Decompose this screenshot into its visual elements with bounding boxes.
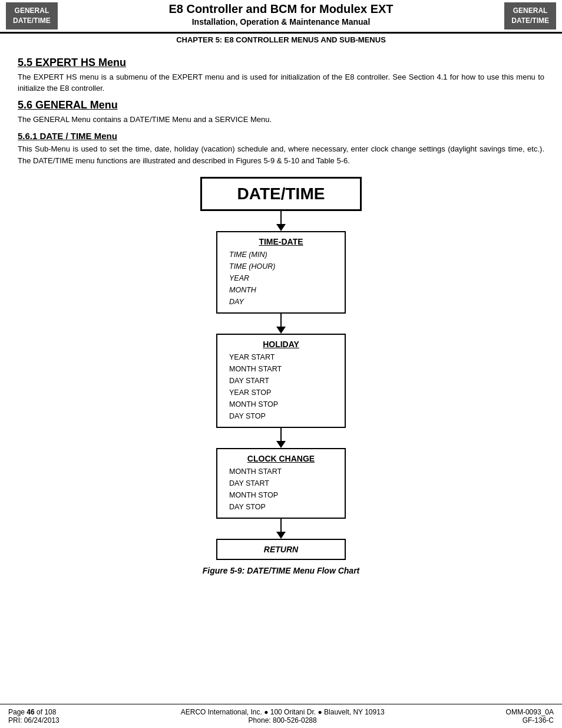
list-item: DAY STOP (229, 410, 333, 422)
arrow-head-1 (276, 224, 286, 231)
header-center: E8 Controller and BCM for Modulex EXT In… (64, 2, 498, 29)
clock-change-content: MONTH START DAY START MONTH STOP DAY STO… (229, 466, 333, 513)
section-55-title: 5.5 EXPERT HS Menu (18, 57, 544, 69)
page-number: 46 (27, 708, 34, 716)
list-item: DAY START (229, 477, 333, 489)
page: GENERAL DATE/TIME E8 Controller and BCM … (0, 0, 562, 728)
list-item: TIME (HOUR) (229, 261, 333, 272)
list-item: MONTH STOP (229, 489, 333, 501)
list-item: TIME (MIN) (229, 249, 333, 261)
arrow-2 (276, 314, 286, 334)
badge-right-line2: DATE/TIME (511, 16, 549, 26)
list-item: YEAR (229, 272, 333, 284)
list-item: DAY (229, 296, 333, 308)
arrow-head-2 (276, 327, 286, 334)
flowchart-time-date-box: TIME-DATE TIME (MIN) TIME (HOUR) YEAR MO… (216, 231, 346, 314)
return-label: RETURN (264, 545, 298, 554)
arrow-line-3 (280, 428, 282, 441)
section-56-title: 5.6 GENERAL Menu (18, 99, 544, 111)
holiday-content: YEAR START MONTH START DAY START YEAR ST… (229, 351, 333, 422)
list-item: YEAR STOP (229, 387, 333, 398)
header: GENERAL DATE/TIME E8 Controller and BCM … (0, 0, 562, 33)
arrow-1 (276, 211, 286, 231)
document-subtitle: Installation, Operation & Maintenance Ma… (64, 17, 498, 27)
list-item: MONTH (229, 284, 333, 296)
document-title: E8 Controller and BCM for Modulex EXT (64, 2, 498, 16)
badge-left-line2: DATE/TIME (13, 16, 51, 26)
footer: Page 46 of 108 PRI: 06/24/2013 AERCO Int… (0, 704, 562, 728)
section-55-body: The EXPERT HS menu is a submenu of the E… (18, 71, 544, 94)
footer-company: AERCO International, Inc. ● 100 Oritani … (181, 708, 385, 716)
section-56-body: The GENERAL Menu contains a DATE/TIME Me… (18, 114, 544, 126)
flowchart-top-box: DATE/TIME (200, 177, 362, 211)
holiday-title: HOLIDAY (229, 340, 333, 349)
section-561-body: This Sub-Menu is used to set the time, d… (18, 143, 544, 166)
pri-info: PRI: 06/24/2013 (8, 716, 59, 724)
flowchart-holiday-box: HOLIDAY YEAR START MONTH START DAY START… (216, 334, 346, 428)
list-item: MONTH START (229, 466, 333, 477)
page-info: Page 46 of 108 (8, 708, 59, 716)
badge-left: GENERAL DATE/TIME (6, 2, 58, 29)
clock-change-title: CLOCK CHANGE (229, 454, 333, 463)
footer-phone: Phone: 800-526-0288 (181, 716, 385, 724)
content-area: 5.5 EXPERT HS Menu The EXPERT HS menu is… (0, 46, 562, 704)
badge-left-line1: GENERAL (13, 6, 51, 16)
list-item: DAY START (229, 375, 333, 387)
chapter-label: CHAPTER 5: (176, 35, 222, 44)
arrow-line-4 (280, 519, 282, 532)
flowchart-return-box: RETURN (216, 539, 346, 560)
badge-right: GENERAL DATE/TIME (504, 2, 556, 29)
arrow-4 (276, 519, 286, 539)
footer-left: Page 46 of 108 PRI: 06/24/2013 (8, 708, 59, 724)
arrow-head-4 (276, 532, 286, 539)
badge-right-line1: GENERAL (511, 6, 549, 16)
time-date-title: TIME-DATE (229, 237, 333, 246)
list-item: DAY STOP (229, 501, 333, 513)
footer-right: OMM-0093_0A GF-136-C (506, 708, 554, 724)
list-item: MONTH START (229, 363, 333, 375)
flowchart: DATE/TIME TIME-DATE TIME (MIN) TIME (HOU… (18, 177, 544, 575)
time-date-content: TIME (MIN) TIME (HOUR) YEAR MONTH DAY (229, 249, 333, 308)
footer-center: AERCO International, Inc. ● 100 Oritani … (181, 708, 385, 724)
list-item: YEAR START (229, 351, 333, 363)
chapter-bar: CHAPTER 5: E8 CONTROLLER MENUS AND SUB-M… (0, 33, 562, 46)
flowchart-caption: Figure 5-9: DATE/TIME Menu Flow Chart (203, 566, 360, 575)
arrow-line-2 (280, 314, 282, 327)
chapter-text: E8 CONTROLLER MENUS AND SUB-MENUS (224, 35, 386, 44)
section-561-title: 5.6.1 DATE / TIME Menu (18, 131, 544, 141)
flowchart-clock-change-box: CLOCK CHANGE MONTH START DAY START MONTH… (216, 448, 346, 519)
arrow-head-3 (276, 441, 286, 448)
section-561-label: 5.6.1 DATE / TIME Menu (18, 131, 117, 141)
doc-code: GF-136-C (506, 716, 554, 724)
arrow-3 (276, 428, 286, 448)
list-item: MONTH STOP (229, 398, 333, 410)
doc-number: OMM-0093_0A (506, 708, 554, 716)
arrow-line-1 (280, 211, 282, 224)
